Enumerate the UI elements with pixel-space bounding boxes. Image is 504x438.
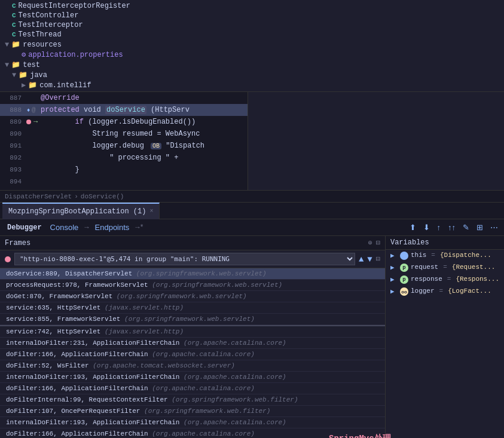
- more-button[interactable]: ⋯: [488, 222, 500, 233]
- step-out-button[interactable]: ↑: [435, 222, 444, 233]
- frame-classname: internalDoFilter:231, ApplicationFilterC…: [6, 339, 179, 347]
- at-marker: @: [32, 106, 36, 114]
- code-line-889: 889 → if (logger.isDebugEnabled()): [0, 116, 248, 128]
- p-icon: p: [400, 275, 408, 284]
- breadcrumb-part2[interactable]: doService(): [81, 193, 124, 200]
- current-line-arrow: →: [33, 118, 38, 126]
- evaluate-button[interactable]: ✎: [460, 222, 472, 233]
- variable-item-logger[interactable]: ▶ oo logger = {LogFact...: [386, 286, 504, 298]
- code-text: @Override: [41, 94, 80, 102]
- frame-item[interactable]: doService:889, DispatcherServlet (org.sp…: [0, 268, 385, 280]
- var-name: request: [411, 264, 438, 271]
- breadcrumb-bar: DispatcherServlet › doService(): [0, 191, 504, 203]
- class-icon: C: [12, 12, 16, 19]
- frame-item[interactable]: doFilter:52, WsFilter (org.apache.tomcat…: [0, 360, 385, 372]
- tab-label: MozpingSpringBootApplication (1): [8, 207, 146, 216]
- line-number: 890: [2, 130, 22, 137]
- frame-item[interactable]: doFilter:166, ApplicationFilterChain (or…: [0, 383, 385, 394]
- watch-button[interactable]: ⊞: [474, 222, 485, 233]
- frames-panel: Frames ⊕ ⊟ "http-nio-8080-exec-1"@5,474 …: [0, 236, 386, 438]
- frame-item[interactable]: service:742, HttpServlet (javax.servlet.…: [0, 325, 385, 338]
- line-icons: →: [26, 118, 41, 126]
- file-tree-folder-com[interactable]: ▶ 📁 com.intellif: [0, 80, 504, 90]
- frame-package: (javax.servlet.http): [105, 304, 184, 311]
- filter-icon[interactable]: ⊟: [376, 238, 380, 247]
- line-number: 888: [2, 106, 22, 114]
- thread-select[interactable]: "http-nio-8080-exec-1"@5,474 in group "m…: [14, 253, 355, 265]
- step-into-button[interactable]: ⬇: [421, 222, 432, 233]
- file-tree-label: RequestInterceptorRegister: [19, 2, 130, 10]
- this-icon: [400, 252, 408, 260]
- var-value: {Request...: [452, 264, 496, 271]
- active-tab[interactable]: MozpingSpringBootApplication (1) ×: [2, 203, 160, 219]
- line-number: 889: [2, 118, 22, 125]
- code-line-888: 888 ⬧ @ protected void doService (HttpSe…: [0, 104, 248, 116]
- file-tree-folder-resources[interactable]: ▼ 📁 resources: [0, 39, 504, 50]
- frame-package: (javax.servlet.http): [105, 328, 184, 335]
- file-tree-item[interactable]: C TestThread: [0, 30, 504, 39]
- frame-classname: service:635, HttpServlet: [6, 304, 100, 311]
- frame-item[interactable]: doFilter:166, ApplicationFilterChain (or…: [0, 428, 385, 438]
- frame-package: (org.apache.catalina.core): [184, 419, 286, 426]
- frame-package: (org.apache.catalina.core): [184, 339, 286, 347]
- file-tree-item[interactable]: C TestController: [0, 11, 504, 20]
- frame-item[interactable]: doFilter:166, ApplicationFilterChain (or…: [0, 349, 385, 360]
- debug-main: Frames ⊕ ⊟ "http-nio-8080-exec-1"@5,474 …: [0, 236, 504, 438]
- var-equals: =: [443, 264, 447, 271]
- frame-item[interactable]: service:635, HttpServlet (javax.servlet.…: [0, 302, 385, 314]
- frame-item[interactable]: service:855, FrameworkServlet (org.sprin…: [0, 314, 385, 325]
- frame-package: (org.apache.catalina.core): [152, 430, 255, 437]
- frame-item[interactable]: processRequest:978, FrameworkServlet (or…: [0, 280, 385, 291]
- frame-item[interactable]: doFilter:107, OncePerRequestFilter (org.…: [0, 406, 385, 417]
- frame-item[interactable]: internalDoFilter:193, ApplicationFilterC…: [0, 417, 385, 428]
- console-button[interactable]: Console: [48, 222, 81, 233]
- thread-nav-down[interactable]: ▼: [367, 255, 372, 264]
- code-text: logger.debug OB "Dispatch: [41, 142, 204, 150]
- variable-item-request[interactable]: ▶ p request = {Request...: [386, 262, 504, 274]
- step-over-button[interactable]: ⬆: [407, 222, 419, 233]
- file-tree-item[interactable]: C TestInterceptor: [0, 20, 504, 30]
- thread-select-row: "http-nio-8080-exec-1"@5,474 in group "m…: [0, 250, 385, 268]
- thread-nav-up[interactable]: ▲: [359, 255, 364, 264]
- toolbar-sep2: →*: [134, 223, 145, 232]
- file-tree-folder-test[interactable]: ▼ 📁 test: [0, 60, 504, 70]
- p-icon: p: [400, 264, 408, 272]
- frame-classname: doService:889, DispatcherServlet: [6, 270, 132, 277]
- frames-header-label: Frames: [5, 239, 30, 247]
- endpoints-button[interactable]: Endpoints: [93, 222, 132, 233]
- frame-classname: service:742, HttpServlet: [6, 328, 100, 335]
- thread-filter-icon[interactable]: ⊟: [376, 255, 380, 264]
- variable-item-this[interactable]: ▶ this = {Dispatche...: [386, 250, 504, 262]
- frame-item[interactable]: doFilterInternal:99, RequestContextFilte…: [0, 394, 385, 406]
- expand-icon[interactable]: ▶: [390, 275, 398, 283]
- breadcrumb-part1[interactable]: DispatcherServlet: [5, 193, 72, 200]
- var-value: {Respons...: [456, 275, 499, 283]
- file-tree-item[interactable]: C RequestInterceptorRegister: [0, 1, 504, 11]
- run-button[interactable]: ↑↑: [445, 222, 458, 233]
- expand-icon[interactable]: ▶: [390, 252, 398, 259]
- pin-icon[interactable]: ⊕: [368, 238, 372, 247]
- code-text: if (logger.isDebugEnabled()): [41, 118, 196, 126]
- frames-list[interactable]: doService:889, DispatcherServlet (org.sp…: [0, 268, 385, 438]
- class-icon: C: [12, 31, 16, 38]
- springmvc-annotation: SpringMvc处理: [329, 433, 391, 438]
- expand-icon[interactable]: ▶: [390, 287, 398, 295]
- file-tree-folder-java[interactable]: ▼ 📁 java: [0, 70, 504, 80]
- frame-package: (org.springframework.web.servlet): [152, 281, 282, 289]
- frame-classname: doFilter:52, WsFilter: [6, 362, 89, 369]
- frame-item[interactable]: internalDoFilter:193, ApplicationFilterC…: [0, 372, 385, 383]
- frame-package: (org.springframework.web.servlet): [124, 316, 255, 323]
- frame-package: (org.springframework.web.servlet): [136, 270, 267, 277]
- var-equals: =: [439, 287, 444, 295]
- var-name: logger: [411, 287, 435, 295]
- file-tree-item-properties[interactable]: ⚙ application.properties: [0, 50, 504, 60]
- tab-close-button[interactable]: ×: [149, 208, 153, 215]
- frame-item[interactable]: internalDoFilter:231, ApplicationFilterC…: [0, 338, 385, 349]
- frame-classname: internalDoFilter:193, ApplicationFilterC…: [6, 419, 179, 426]
- expand-icon[interactable]: ▶: [390, 264, 398, 271]
- file-tree-label: TestInterceptor: [19, 21, 83, 29]
- file-tree: C RequestInterceptorRegister C TestContr…: [0, 0, 504, 92]
- frame-item[interactable]: doGet:870, FrameworkServlet (org.springf…: [0, 291, 385, 302]
- folder-icon: 📁: [11, 60, 20, 69]
- variable-item-response[interactable]: ▶ p response = {Respons...: [386, 274, 504, 286]
